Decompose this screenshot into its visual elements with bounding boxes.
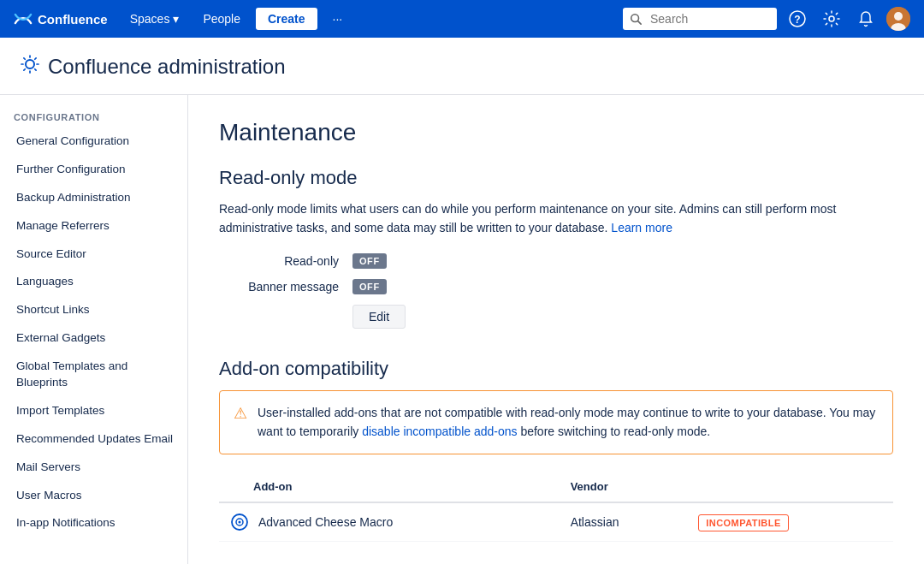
help-button[interactable]: ? xyxy=(784,7,811,31)
addon-warning-box: ⚠ User-installed add-ons that are not co… xyxy=(219,390,893,454)
app-logo[interactable]: Confluence xyxy=(14,9,108,28)
sidebar-item-manage-referrers[interactable]: Manage Referrers xyxy=(0,212,187,240)
sidebar-item-backup-administration[interactable]: Backup Administration xyxy=(0,184,187,212)
banner-label: Banner message xyxy=(219,280,339,294)
learn-more-link[interactable]: Learn more xyxy=(611,221,672,235)
banner-status-badge[interactable]: OFF xyxy=(352,279,387,294)
admin-icon xyxy=(21,55,39,79)
sidebar-item-import-templates[interactable]: Import Templates xyxy=(0,397,187,425)
incompatible-badge: INCOMPATIBLE xyxy=(698,514,788,531)
page-title: Confluence administration xyxy=(48,55,286,79)
sidebar-item-further-configuration[interactable]: Further Configuration xyxy=(0,156,187,184)
addon-table-body: Advanced Cheese Macro Atlassian INCOMPAT… xyxy=(219,502,893,542)
vendor-col-header: Vendor xyxy=(560,472,689,502)
create-button[interactable]: Create xyxy=(256,8,317,30)
people-nav[interactable]: People xyxy=(194,9,249,29)
confluence-logo-icon xyxy=(14,9,33,28)
sidebar-item-in-app-notifications[interactable]: In-app Notifications xyxy=(0,509,187,537)
avatar[interactable] xyxy=(886,7,910,31)
sidebar-item-mail-servers[interactable]: Mail Servers xyxy=(0,454,187,482)
search-icon xyxy=(630,13,642,25)
sidebar-item-external-gadgets[interactable]: External Gadgets xyxy=(0,324,187,353)
readonly-status-badge[interactable]: OFF xyxy=(352,253,387,269)
main-content: Maintenance Read-only mode Read-only mod… xyxy=(188,95,924,564)
sidebar-item-user-macros[interactable]: User Macros xyxy=(0,482,187,510)
svg-text:?: ? xyxy=(794,14,800,26)
main-layout: CONFIGURATION General Configuration Furt… xyxy=(0,95,924,564)
addon-status-cell: INCOMPATIBLE xyxy=(688,502,893,542)
warning-icon: ⚠ xyxy=(234,404,247,423)
sidebar-section-label: CONFIGURATION xyxy=(0,112,187,128)
readonly-section-title: Read-only mode xyxy=(219,167,893,189)
warning-text: User-installed add-ons that are not comp… xyxy=(258,403,879,442)
banner-toggle-row: Banner message OFF xyxy=(219,279,893,294)
content-title: Maintenance xyxy=(219,119,893,146)
addon-table: Add-on Vendor xyxy=(219,472,893,542)
search-input[interactable] xyxy=(623,8,777,30)
addon-name-cell: Advanced Cheese Macro xyxy=(219,502,560,542)
more-nav-button[interactable]: ··· xyxy=(324,9,352,29)
readonly-toggle-row: Read-only OFF xyxy=(219,253,893,269)
svg-point-11 xyxy=(239,520,241,523)
addon-section-title: Add-on compatibility xyxy=(219,358,893,380)
svg-line-1 xyxy=(638,21,642,25)
notifications-button[interactable] xyxy=(852,7,880,31)
edit-button[interactable]: Edit xyxy=(352,305,406,329)
sidebar: CONFIGURATION General Configuration Furt… xyxy=(0,95,188,564)
sidebar-item-global-templates[interactable]: Global Templates and Blueprints xyxy=(0,353,187,397)
sidebar-item-source-editor[interactable]: Source Editor xyxy=(0,240,187,269)
table-row: Advanced Cheese Macro Atlassian INCOMPAT… xyxy=(219,502,893,542)
readonly-description: Read-only mode limits what users can do … xyxy=(219,199,893,238)
help-icon: ? xyxy=(789,10,806,27)
readonly-section: Read-only mode Read-only mode limits wha… xyxy=(219,167,893,349)
svg-point-4 xyxy=(829,16,834,21)
top-navigation: Confluence Spaces ▾ People Create ··· ? xyxy=(0,0,924,38)
sidebar-item-general-configuration[interactable]: General Configuration xyxy=(0,128,187,156)
svg-point-6 xyxy=(894,12,903,21)
settings-button[interactable] xyxy=(818,7,845,31)
sidebar-item-shortcut-links[interactable]: Shortcut Links xyxy=(0,296,187,324)
app-name: Confluence xyxy=(38,12,108,27)
page-header: Confluence administration xyxy=(0,38,924,95)
addon-section: Add-on compatibility ⚠ User-installed ad… xyxy=(219,358,893,542)
search-wrapper xyxy=(623,8,777,30)
addon-icon xyxy=(229,512,250,532)
addon-vendor-cell: Atlassian xyxy=(560,502,689,542)
spaces-menu[interactable]: Spaces ▾ xyxy=(121,9,188,29)
sidebar-item-languages[interactable]: Languages xyxy=(0,268,187,296)
disable-addons-link[interactable]: disable incompatible add-ons xyxy=(362,424,517,438)
status-col-header xyxy=(688,472,893,502)
sidebar-item-recommended-updates-email[interactable]: Recommended Updates Email xyxy=(0,425,187,454)
gear-icon xyxy=(823,10,840,27)
svg-point-8 xyxy=(26,60,34,68)
addon-name: Advanced Cheese Macro xyxy=(258,515,393,529)
addon-col-header: Add-on xyxy=(219,472,560,502)
addon-table-header: Add-on Vendor xyxy=(219,472,893,502)
avatar-image xyxy=(886,7,910,31)
bell-icon xyxy=(857,10,874,27)
readonly-label: Read-only xyxy=(219,254,339,268)
